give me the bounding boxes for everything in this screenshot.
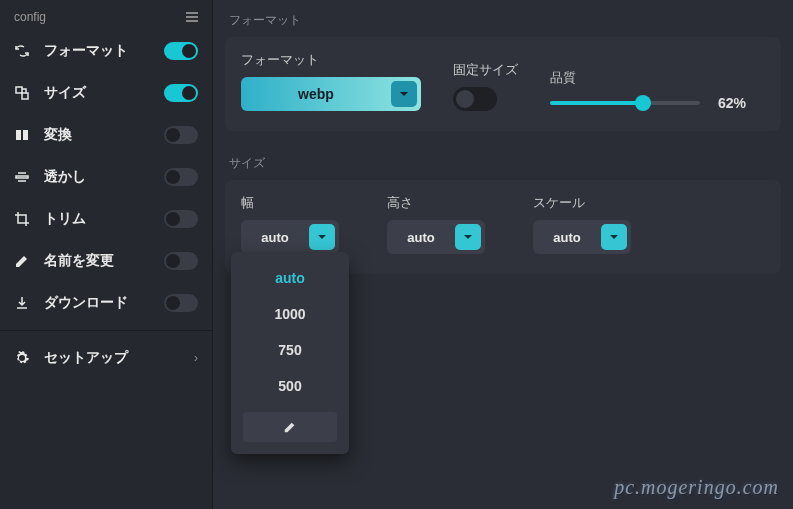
width-dropdown: auto 1000 750 500 bbox=[231, 252, 349, 454]
dropdown-item-1000[interactable]: 1000 bbox=[231, 296, 349, 332]
width-value: auto bbox=[241, 230, 309, 245]
dropdown-edit-button[interactable] bbox=[243, 412, 337, 442]
section-title-format: フォーマット bbox=[213, 0, 793, 37]
sidebar-header: config bbox=[0, 0, 212, 30]
sidebar-item-setup[interactable]: セットアップ › bbox=[0, 337, 212, 379]
slider-fill bbox=[550, 101, 643, 105]
section-title-size: サイズ bbox=[213, 143, 793, 180]
sidebar-item-label: サイズ bbox=[44, 84, 86, 102]
svg-rect-2 bbox=[16, 130, 21, 140]
chevron-down-icon bbox=[455, 224, 481, 250]
refresh-icon bbox=[14, 43, 30, 59]
sidebar-item-label: 透かし bbox=[44, 168, 86, 186]
download-icon bbox=[14, 295, 30, 311]
sidebar-item-trim[interactable]: トリム bbox=[0, 198, 212, 240]
scale-label: スケール bbox=[533, 194, 631, 212]
scale-value: auto bbox=[533, 230, 601, 245]
sidebar-item-label: ダウンロード bbox=[44, 294, 128, 312]
toggle-watermark[interactable] bbox=[164, 168, 198, 186]
sidebar-item-download[interactable]: ダウンロード bbox=[0, 282, 212, 324]
width-label: 幅 bbox=[241, 194, 339, 212]
sidebar-item-format[interactable]: フォーマット bbox=[0, 30, 212, 72]
crop-icon bbox=[14, 211, 30, 227]
format-select[interactable]: webp bbox=[241, 77, 421, 111]
chevron-right-icon: › bbox=[194, 351, 198, 365]
sidebar-item-watermark[interactable]: 透かし bbox=[0, 156, 212, 198]
format-label: フォーマット bbox=[241, 51, 421, 69]
height-select[interactable]: auto bbox=[387, 220, 485, 254]
dropdown-item-auto[interactable]: auto bbox=[231, 260, 349, 296]
toggle-size[interactable] bbox=[164, 84, 198, 102]
sidebar-item-label: トリム bbox=[44, 210, 86, 228]
sidebar-item-label: 変換 bbox=[44, 126, 72, 144]
format-value: webp bbox=[241, 86, 391, 102]
sidebar-title: config bbox=[14, 10, 46, 24]
dropdown-item-750[interactable]: 750 bbox=[231, 332, 349, 368]
scale-select[interactable]: auto bbox=[533, 220, 631, 254]
size-panel: 幅 auto 高さ auto bbox=[225, 180, 781, 274]
rename-icon bbox=[14, 253, 30, 269]
toggle-trim[interactable] bbox=[164, 210, 198, 228]
toggle-convert[interactable] bbox=[164, 126, 198, 144]
list-icon[interactable] bbox=[186, 12, 198, 22]
sidebar: config フォーマット サイズ bbox=[0, 0, 213, 509]
main-content: フォーマット フォーマット webp 固定サイズ 品質 bbox=[213, 0, 793, 509]
svg-rect-0 bbox=[16, 87, 22, 93]
svg-rect-1 bbox=[22, 93, 28, 99]
height-value: auto bbox=[387, 230, 455, 245]
sidebar-item-label: 名前を変更 bbox=[44, 252, 114, 270]
resize-icon bbox=[14, 85, 30, 101]
fixed-size-label: 固定サイズ bbox=[453, 61, 518, 79]
quality-percent: 62% bbox=[718, 95, 746, 111]
gear-icon bbox=[14, 350, 30, 366]
toggle-format[interactable] bbox=[164, 42, 198, 60]
sidebar-item-size[interactable]: サイズ bbox=[0, 72, 212, 114]
quality-slider[interactable] bbox=[550, 101, 700, 105]
toggle-download[interactable] bbox=[164, 294, 198, 312]
sidebar-item-label: セットアップ bbox=[44, 349, 128, 367]
width-select[interactable]: auto bbox=[241, 220, 339, 254]
chevron-down-icon bbox=[309, 224, 335, 250]
chevron-down-icon bbox=[391, 81, 417, 107]
chevron-down-icon bbox=[601, 224, 627, 250]
svg-rect-4 bbox=[16, 176, 28, 178]
sidebar-item-convert[interactable]: 変換 bbox=[0, 114, 212, 156]
dropdown-item-500[interactable]: 500 bbox=[231, 368, 349, 404]
slider-thumb[interactable] bbox=[635, 95, 651, 111]
overlay-icon bbox=[14, 169, 30, 185]
format-panel: フォーマット webp 固定サイズ 品質 bbox=[225, 37, 781, 131]
toggle-rename[interactable] bbox=[164, 252, 198, 270]
watermark-text: pc.mogeringo.com bbox=[614, 476, 779, 499]
divider bbox=[0, 330, 212, 331]
sidebar-item-label: フォーマット bbox=[44, 42, 128, 60]
quality-label: 品質 bbox=[550, 69, 765, 87]
fixed-size-toggle[interactable] bbox=[453, 87, 497, 111]
split-icon bbox=[14, 127, 30, 143]
svg-rect-3 bbox=[23, 130, 28, 140]
sidebar-item-rename[interactable]: 名前を変更 bbox=[0, 240, 212, 282]
height-label: 高さ bbox=[387, 194, 485, 212]
